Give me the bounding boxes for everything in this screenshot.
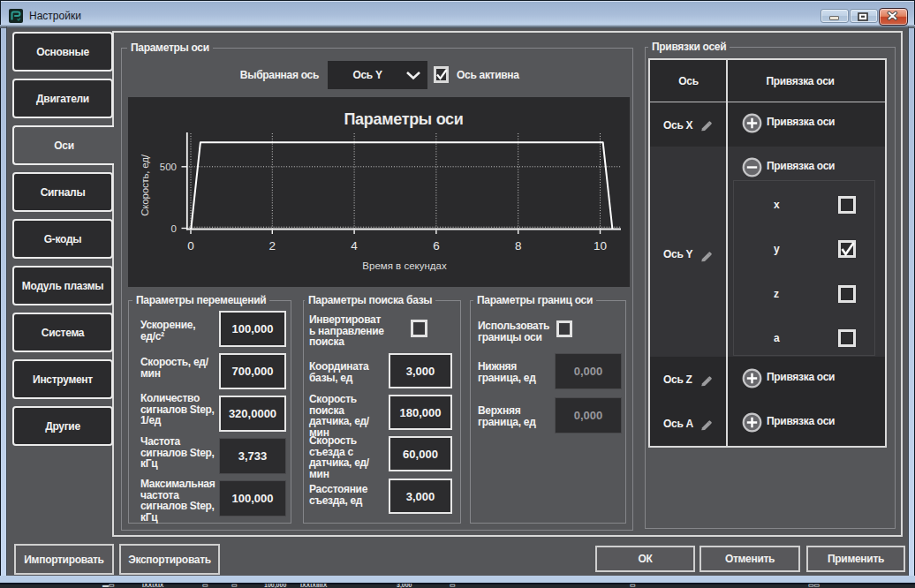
svg-text:Время в секундах: Время в секундах: [362, 260, 447, 271]
svg-text:6: 6: [433, 239, 440, 253]
svg-text:Параметры оси: Параметры оси: [344, 110, 463, 128]
svg-text:500: 500: [160, 162, 177, 172]
svg-text:0: 0: [187, 239, 194, 253]
svg-text:2: 2: [269, 239, 276, 253]
svg-text:10: 10: [594, 239, 607, 253]
svg-text:4: 4: [351, 239, 358, 253]
svg-text:0: 0: [171, 223, 177, 234]
svg-text:Скорость, ед/: Скорость, ед/: [140, 154, 150, 216]
svg-text:8: 8: [515, 239, 522, 253]
